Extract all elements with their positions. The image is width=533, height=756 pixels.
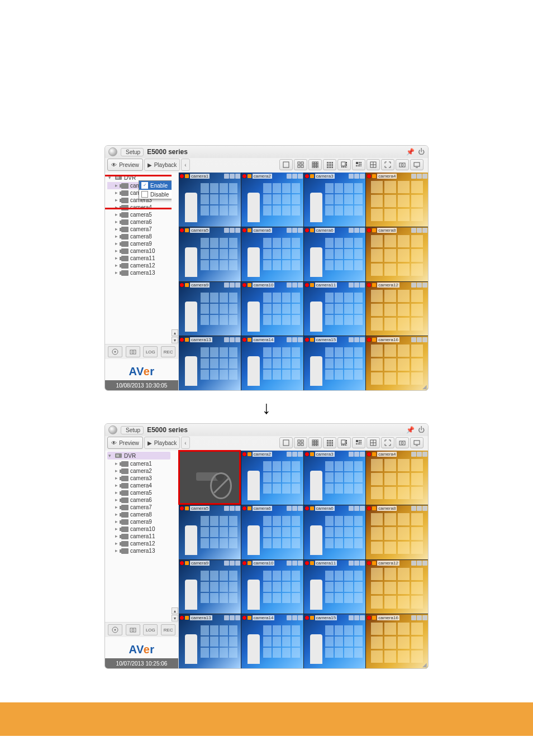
audio-icon[interactable] <box>349 615 354 620</box>
power-icon[interactable]: ⏻ <box>418 426 425 434</box>
expand-cell-icon[interactable] <box>360 228 365 233</box>
talk-icon[interactable] <box>230 337 235 342</box>
talk-icon[interactable] <box>417 337 422 342</box>
layout-c-icon[interactable] <box>367 437 380 448</box>
window-button[interactable] <box>108 147 117 156</box>
talk-icon[interactable] <box>417 506 422 511</box>
expand-icon[interactable]: ▸ <box>115 504 120 511</box>
audio-icon[interactable] <box>411 615 416 620</box>
resize-grip-icon[interactable]: ◢ <box>422 384 427 390</box>
expand-cell-icon[interactable] <box>360 615 365 620</box>
tree-item-camera1[interactable]: ▸camera1 <box>107 460 170 467</box>
tree-item-camera10[interactable]: ▸camera10 <box>107 247 170 255</box>
expand-icon[interactable]: ▸ <box>115 482 120 489</box>
video-cell[interactable]: camera6 <box>304 505 366 559</box>
scroll-down-icon[interactable]: ▾ <box>172 337 178 343</box>
video-cell[interactable]: camera13 <box>179 336 241 390</box>
audio-icon[interactable] <box>224 283 229 288</box>
setup-button[interactable]: Setup <box>121 148 144 156</box>
video-cell[interactable]: camera8 <box>366 505 428 559</box>
snapshot-panel-icon[interactable] <box>126 624 140 635</box>
expand-icon[interactable]: ▸ <box>115 262 120 269</box>
talk-icon[interactable] <box>354 228 359 233</box>
video-cell[interactable]: camera5 <box>179 505 241 559</box>
audio-icon[interactable] <box>349 283 354 288</box>
expand-cell-icon[interactable] <box>422 174 427 179</box>
expand-cell-icon[interactable] <box>298 337 303 342</box>
video-cell[interactable]: camera11 <box>304 282 366 336</box>
audio-icon[interactable] <box>411 174 416 179</box>
audio-icon[interactable] <box>287 174 292 179</box>
expand-icon[interactable]: ▸ <box>115 525 120 533</box>
tree-item-camera9[interactable]: ▸camera9 <box>107 518 170 525</box>
audio-icon[interactable] <box>287 561 292 566</box>
rec-button[interactable]: REC <box>161 346 175 357</box>
audio-icon[interactable] <box>224 174 229 179</box>
expand-cell-icon[interactable] <box>360 452 365 457</box>
talk-icon[interactable] <box>354 283 359 288</box>
tree-item-camera7[interactable]: ▸camera7 <box>107 226 170 233</box>
collapse-sidebar-button[interactable]: ‹ <box>181 437 190 449</box>
expand-icon[interactable]: ▸ <box>115 489 120 496</box>
tab-playback[interactable]: ▶ Playback <box>144 159 180 171</box>
audio-icon[interactable] <box>287 615 292 620</box>
video-cell[interactable]: camera13 <box>179 614 241 668</box>
expand-cell-icon[interactable] <box>298 228 303 233</box>
video-cell[interactable]: camera6 <box>241 227 303 281</box>
camera-tree[interactable]: ▾ DVR ▸camera1▸camera2▸camera3▸camera4▸c… <box>105 451 172 622</box>
talk-icon[interactable] <box>230 561 235 566</box>
collapse-sidebar-button[interactable]: ‹ <box>181 159 190 171</box>
tree-item-camera2[interactable]: ▸camera2 <box>107 467 170 475</box>
grid-4x4-icon[interactable] <box>323 437 336 448</box>
talk-icon[interactable] <box>230 506 235 511</box>
talk-icon[interactable] <box>230 228 235 233</box>
expand-cell-icon[interactable] <box>298 615 303 620</box>
expand-icon[interactable]: ▸ <box>115 233 120 240</box>
talk-icon[interactable] <box>230 283 235 288</box>
expand-icon[interactable]: ▸ <box>115 533 120 540</box>
audio-icon[interactable] <box>411 228 416 233</box>
audio-icon[interactable] <box>349 337 354 342</box>
expand-icon[interactable]: ▸ <box>115 518 120 525</box>
tree-item-camera12[interactable]: ▸camera12 <box>107 262 170 269</box>
expand-cell-icon[interactable] <box>298 506 303 511</box>
scroll-up-icon[interactable]: ▴ <box>172 607 178 614</box>
fullscreen-icon[interactable] <box>381 437 394 448</box>
log-button[interactable]: LOG <box>143 346 158 357</box>
expand-icon[interactable]: ▸ <box>115 197 120 204</box>
log-button[interactable]: LOG <box>143 624 158 635</box>
grid-3x3-icon[interactable] <box>308 159 322 170</box>
tab-preview[interactable]: 👁 Preview <box>107 159 143 171</box>
scroll-up-icon[interactable]: ▴ <box>172 329 178 336</box>
expand-cell-icon[interactable] <box>360 337 365 342</box>
video-cell[interactable]: camera15 <box>304 614 366 668</box>
expand-icon[interactable]: ▸ <box>115 269 120 276</box>
expand-icon[interactable]: ▸ <box>115 475 120 482</box>
talk-icon[interactable] <box>417 228 422 233</box>
layout-c-icon[interactable] <box>367 159 380 170</box>
expand-cell-icon[interactable] <box>235 337 240 342</box>
pin-icon[interactable]: 📌 <box>406 426 415 434</box>
tree-dvr-root[interactable]: ▾ DVR <box>107 452 170 460</box>
talk-icon[interactable] <box>417 615 422 620</box>
video-cell[interactable]: camera9 <box>179 282 241 336</box>
window-button[interactable] <box>108 425 117 434</box>
expand-cell-icon[interactable] <box>360 561 365 566</box>
tree-item-camera9[interactable]: ▸camera9 <box>107 240 170 247</box>
expand-icon[interactable]: ▾ <box>108 453 113 458</box>
audio-icon[interactable] <box>349 174 354 179</box>
talk-icon[interactable] <box>292 337 297 342</box>
single-view-icon[interactable] <box>279 437 293 448</box>
layout-a-icon[interactable] <box>337 437 351 448</box>
expand-icon[interactable]: ▸ <box>115 240 120 247</box>
tree-item-camera5[interactable]: ▸camera5 <box>107 211 170 218</box>
audio-icon[interactable] <box>411 283 416 288</box>
talk-icon[interactable] <box>230 615 235 620</box>
talk-icon[interactable] <box>292 506 297 511</box>
talk-icon[interactable] <box>417 174 422 179</box>
video-cell[interactable]: camera11 <box>304 560 366 614</box>
expand-icon[interactable]: ▸ <box>115 547 120 554</box>
video-cell[interactable]: camera6 <box>304 227 366 281</box>
tree-item-camera4[interactable]: ▸camera4 <box>107 204 170 211</box>
audio-icon[interactable] <box>349 561 354 566</box>
